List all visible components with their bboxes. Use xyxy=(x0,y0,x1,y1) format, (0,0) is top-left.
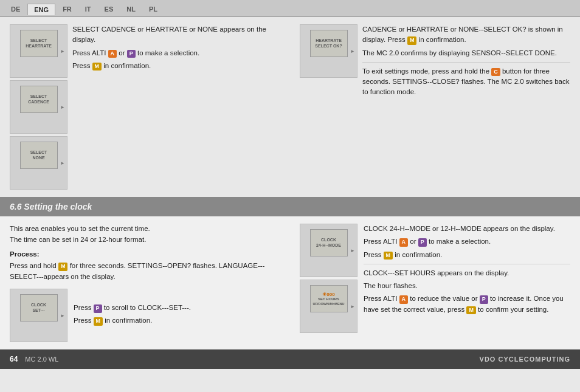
tab-it[interactable]: IT xyxy=(79,4,97,15)
screen-set-hours: ☀000 SET HOURS UP/DOWN/M=MENU xyxy=(310,285,348,312)
device-arrow-2: ► xyxy=(60,105,65,110)
tab-nl[interactable]: NL xyxy=(120,4,142,15)
upper-left-images: SELECT HEARTRATE ► SELECT CADENCE ► SELE… xyxy=(10,24,67,190)
upper-right-col: HEARTRATE SELECT OK? ► CADENCE or HEARTR… xyxy=(290,24,570,190)
screen-line1: SELECT xyxy=(30,38,47,43)
btn-m-lower-left: M xyxy=(58,263,68,271)
footer-page-number: 64 xyxy=(10,355,18,363)
to-make-lower-r: to make a selection. xyxy=(429,238,491,245)
lower-left-device-text: Press P to scroll to CLOCK---SET---. Pre… xyxy=(74,303,280,329)
screen-line2: SET HOURS xyxy=(318,297,339,301)
press-text-lower1: to scroll to CLOCK---SET---. xyxy=(104,304,191,311)
btn-a2-lower-right: A xyxy=(399,295,409,304)
screen-line2: NONE xyxy=(32,156,44,160)
screen-select-heartrate: SELECT HEARTRATE xyxy=(20,30,58,57)
upper-right-para2: The MC 2.0 confirms by displaying SENSOR… xyxy=(362,48,570,58)
screen-heartrate-ok: HEARTRATE SELECT OK? xyxy=(310,30,348,57)
screen-line2: SELECT OK? xyxy=(315,44,342,49)
upper-right-text: CADENCE or HEARTRATE or NONE--SELECT OK?… xyxy=(362,24,570,100)
lower-right-text: CLOCK 24-H--MODE or 12-H--MODE appears o… xyxy=(364,224,570,317)
device-set-hours: ☀000 SET HOURS UP/DOWN/M=MENU ► xyxy=(300,280,357,333)
press-hold-label: Press and hold xyxy=(10,262,57,269)
screen-select-none: SELECT NONE xyxy=(20,142,58,169)
btn-m-lower-right: M xyxy=(384,252,393,260)
screen-clock-set: CLOCK SET--- xyxy=(20,294,58,322)
lower-right-images: CLOCK 24-H--MODE ► ☀000 SET HOURS UP/DOW… xyxy=(300,224,357,333)
tab-eng[interactable]: ENG xyxy=(27,4,55,15)
or-label-1: or xyxy=(119,49,126,57)
upper-right-para3: To exit settings mode, press and hold th… xyxy=(362,66,570,98)
lower-section: This area enables you to set the current… xyxy=(0,216,580,349)
device-select-none: SELECT NONE ► xyxy=(10,136,67,190)
upper-left-col: SELECT HEARTRATE ► SELECT CADENCE ► SELE… xyxy=(10,24,290,190)
lower-right-para3: Press M in confirmation. xyxy=(364,250,570,260)
section-title: 6.6 Setting the clock xyxy=(10,202,92,211)
upper-left-para2: Press ALTI A or P to make a selection. xyxy=(72,48,280,58)
lower-left-col: This area enables you to set the current… xyxy=(10,224,290,342)
lower-right-para6: Press ALTI A to reduce the value or P to… xyxy=(364,294,570,315)
lower-process-block: Process: Press and hold M for three seco… xyxy=(10,249,280,283)
press-alti-label: Press ALTI xyxy=(72,49,106,57)
btn-m2-lower-left: M xyxy=(94,317,103,326)
btn-p2-lower-right: P xyxy=(480,295,488,304)
lower-intro-2: The time can be set in 24 or 12-hour for… xyxy=(10,235,280,246)
btn-m-upper-right: M xyxy=(407,36,417,45)
device-heartrate-ok: HEARTRATE SELECT OK? ► xyxy=(300,24,357,78)
screen-line1: CLOCK xyxy=(321,238,336,242)
tab-es[interactable]: ES xyxy=(98,4,120,15)
screen-clock-mode: CLOCK 24-H--MODE xyxy=(310,229,348,256)
confirm-label: to confirm your setting. xyxy=(478,306,548,313)
to-make-label: to make a selection. xyxy=(137,49,199,57)
process-text: Press and hold M for three seconds. SETT… xyxy=(10,261,280,283)
footer: 64 MC 2.0 WL VDO CYCLECOMPUTING xyxy=(0,349,580,369)
footer-brand: VDO CYCLECOMPUTING xyxy=(480,356,570,363)
btn-p-lower-left: P xyxy=(94,304,102,313)
screen-line1: HEARTRATE xyxy=(316,38,342,43)
lower-right-col: CLOCK 24-H--MODE ► ☀000 SET HOURS UP/DOW… xyxy=(290,224,570,342)
section-header: 6.6 Setting the clock xyxy=(0,197,580,216)
lower-intro-1: This area enables you to set the current… xyxy=(10,224,280,235)
device-arrow-1: ► xyxy=(60,49,65,54)
lower-right-para1: CLOCK 24-H--MODE or 12-H--MODE appears o… xyxy=(364,224,570,234)
divider xyxy=(362,62,570,63)
device-select-cadence: SELECT CADENCE ► xyxy=(10,80,67,134)
device-arrow-lower: ► xyxy=(60,313,65,318)
footer-left-group: 64 MC 2.0 WL xyxy=(10,355,58,363)
top-nav: DE ENG FR IT ES NL PL xyxy=(0,0,580,17)
tab-fr[interactable]: FR xyxy=(57,4,78,15)
screen-line2: CADENCE xyxy=(28,100,49,105)
device-arrow-lower-r2: ► xyxy=(350,304,355,309)
btn-a-upper-left: A xyxy=(108,50,117,58)
screen-line2: SET--- xyxy=(32,308,44,313)
device-clock-mode: CLOCK 24-H--MODE ► xyxy=(300,224,357,277)
upper-left-para1: SELECT CADENCE or HEARTRATE or NONE appe… xyxy=(72,24,280,46)
screen-line1: CLOCK xyxy=(31,303,46,308)
upper-section: SELECT HEARTRATE ► SELECT CADENCE ► SELE… xyxy=(0,17,580,197)
lower-right-inner: CLOCK 24-H--MODE ► ☀000 SET HOURS UP/DOW… xyxy=(300,224,570,333)
device-arrow-3: ► xyxy=(60,160,65,166)
device-select-heartrate: SELECT HEARTRATE ► xyxy=(10,24,67,78)
btn-p-upper-left: P xyxy=(127,50,136,58)
screen-select-cadence: SELECT CADENCE xyxy=(20,86,58,113)
lower-device-row: CLOCK SET--- ► Press P to scroll to CLOC… xyxy=(10,289,280,342)
divider-lower xyxy=(364,264,570,264)
screen-line3: UP/DOWN/M=MENU xyxy=(312,302,344,306)
press-m-lower-r: Press xyxy=(364,251,381,258)
device-arrow-lower-r1: ► xyxy=(350,248,355,253)
screen-line1: ☀000 xyxy=(322,292,334,298)
upper-left-para3: Press M in confirmation. xyxy=(72,61,280,71)
btn-m2-lower-right: M xyxy=(466,306,476,315)
conf-lower-r: in confirmation. xyxy=(395,251,442,258)
btn-m-upper-left: M xyxy=(92,63,102,71)
exit-label: To exit settings mode, press and hold th… xyxy=(362,67,489,75)
screen-line1: SELECT xyxy=(30,150,47,155)
press-alti-lower-r: Press ALTI xyxy=(364,238,397,245)
in-confirmation-1: in confirmation. xyxy=(103,62,151,69)
or-lower-r: or xyxy=(410,238,418,245)
upper-left-text: SELECT CADENCE or HEARTRATE or NONE appe… xyxy=(72,24,280,74)
device-clock-set: CLOCK SET--- ► xyxy=(10,289,67,342)
tab-pl[interactable]: PL xyxy=(143,4,164,15)
upper-right-para1: CADENCE or HEARTRATE or NONE--SELECT OK?… xyxy=(362,24,570,46)
tab-de[interactable]: DE xyxy=(5,4,26,15)
screen-line1: SELECT xyxy=(30,94,47,99)
